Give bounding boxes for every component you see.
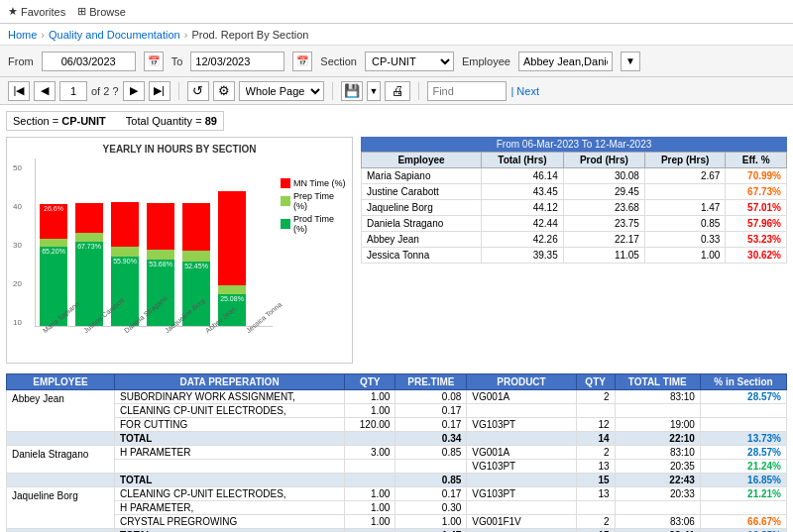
col-prod: Prod (Hrs) — [563, 153, 644, 168]
detail-col-employee: EMPLOYEE — [7, 374, 115, 390]
summary-row: Maria Sapiano 46.14 30.08 2.67 70.99% — [362, 168, 787, 184]
bar-mn-6 — [218, 191, 246, 285]
col-prep: Prep (Hrs) — [644, 153, 725, 168]
bar-prod-3: 55.90% — [111, 257, 139, 326]
detail-col-pct: % in Section — [700, 374, 786, 390]
bar-justine: 67.73% — [75, 203, 103, 326]
col-total: Total (Hrs) — [482, 153, 564, 168]
report-area: YEARLY IN HOURS BY SECTION 50 40 30 20 1… — [6, 137, 787, 364]
bar-mn-5 — [182, 203, 210, 251]
col-employee: Employee — [362, 153, 482, 168]
breadcrumb-current: Prod. Report By Section — [191, 29, 308, 41]
browse-icon: ⊞ — [77, 5, 86, 18]
summary-row: Jessica Tonna 39.35 11.05 1.00 30.62% — [362, 248, 787, 264]
bar-prep-2 — [75, 233, 103, 242]
section-select[interactable]: CP-UNIT — [365, 52, 454, 71]
legend-prod: Prod Time (%) — [281, 214, 346, 234]
bar-mn-4 — [147, 203, 174, 250]
legend-prep: Prep Time (%) — [281, 191, 346, 211]
to-date-input[interactable] — [190, 52, 284, 71]
date-range-header: From 06-Mar-2023 To 12-Mar-2023 — [361, 137, 787, 152]
star-icon: ★ — [8, 5, 18, 18]
bar-prep-3 — [111, 247, 139, 257]
col-eff: Eff. % — [726, 153, 787, 168]
detail-col-total-time: TOTAL TIME — [615, 374, 700, 390]
first-page-button[interactable]: |◀ — [8, 81, 30, 101]
summary-row: Jaqueline Borg 44.12 23.68 1.47 57.01% — [362, 200, 787, 216]
detail-row: CLEANING CP-UNIT ELECTRODES, 1.00 0.17 — [7, 404, 787, 418]
detail-row: Daniela Stragano H PARAMETER 3.00 0.85 V… — [7, 446, 787, 460]
save-dropdown-button[interactable]: ▼ — [367, 81, 382, 101]
favorites-label: Favorites — [21, 6, 65, 18]
bar-prod-4: 53.68% — [147, 260, 174, 326]
browse-label: Browse — [89, 6, 126, 18]
favorites-menu[interactable]: ★ Favorites — [8, 5, 65, 18]
detail-row: Abbey Jean SUBORDINARY WORK ASSIGNMENT, … — [7, 390, 787, 404]
employee-jaqueline: Jaqueline Borg — [7, 487, 115, 529]
print-button[interactable]: 🖨 — [385, 81, 410, 101]
section-label: Section — [320, 55, 357, 67]
page-number-input[interactable] — [59, 81, 87, 101]
bar-prep-5 — [182, 251, 210, 262]
next-page-button[interactable]: ▶ — [123, 81, 145, 101]
main-content: Section = CP-UNIT Total Quantity = 89 YE… — [0, 105, 793, 532]
detail-row: H PARAMETER, 1.00 0.30 — [7, 501, 787, 515]
employee-label: Employee — [462, 55, 510, 67]
detail-row: VG103PT 13 20:35 21.24% — [7, 460, 787, 474]
chart-title: YEARLY IN HOURS BY SECTION — [13, 144, 346, 155]
bar-maria: 26.6% 65.20% — [40, 204, 67, 326]
detail-col-pre-time: PRE.TIME — [396, 374, 467, 390]
prev-page-button[interactable]: ◀ — [34, 81, 56, 101]
employee-input[interactable] — [518, 52, 613, 71]
detail-col-qty: QTY — [345, 374, 396, 390]
find-input[interactable] — [427, 81, 507, 101]
employee-dropdown-button[interactable]: ▼ — [621, 52, 640, 71]
save-button[interactable]: 💾 — [341, 81, 363, 101]
detail-col-product: PRODUCT — [467, 374, 576, 390]
summary-row: Abbey Jean 42.26 22.17 0.33 53.23% — [362, 232, 787, 248]
from-calendar-button[interactable]: 📅 — [144, 52, 164, 71]
detail-total-daniela: TOTAL 0.85 15 22:43 16.85% — [7, 474, 787, 487]
y-label-30: 30 — [13, 241, 33, 250]
detail-col-pqty: QTY — [576, 374, 615, 390]
y-label-10: 10 — [13, 318, 33, 327]
employee-abbey: Abbey Jean — [7, 390, 115, 432]
breadcrumb-quality[interactable]: Quality and Documentation — [49, 29, 180, 41]
summary-row: Justine Carabott 43.45 29.45 67.73% — [362, 184, 787, 200]
summary-table: Employee Total (Hrs) Prod (Hrs) Prep (Hr… — [361, 152, 787, 264]
from-date-input[interactable] — [42, 52, 136, 71]
y-label-50: 50 — [13, 163, 33, 172]
qty-label: Total Quantity = 89 — [126, 115, 217, 127]
detail-total-abbey: TOTAL 0.34 14 22:10 13.73% — [7, 432, 787, 446]
detail-col-data-prep: DATA PREPERATION — [115, 374, 345, 390]
bar-mn-2 — [75, 203, 103, 233]
summary-table-container: From 06-Mar-2023 To 12-Mar-2023 Employee… — [361, 137, 787, 364]
detail-total-jaqueline: TOTAL 1.47 15 23:41 16.85% — [7, 529, 787, 533]
bar-mn-3 — [111, 202, 139, 247]
refresh-button[interactable]: ↺ — [187, 81, 209, 101]
detail-row: CRYSTAL PREGROWING 1.00 1.00 VG001F1V 2 … — [7, 515, 787, 529]
to-calendar-button[interactable]: 📅 — [292, 52, 312, 71]
bar-prep-1 — [40, 239, 67, 247]
chart-container: YEARLY IN HOURS BY SECTION 50 40 30 20 1… — [6, 137, 353, 364]
y-label-20: 20 — [13, 279, 33, 288]
find-next-button[interactable]: | Next — [510, 85, 539, 97]
section-eq-label: Section = CP-UNIT — [13, 115, 106, 127]
summary-row: Daniela Stragano 42.44 23.75 0.85 57.96% — [362, 216, 787, 232]
detail-row: FOR CUTTING 120.00 0.17 VG103PT 12 19:00 — [7, 418, 787, 432]
detail-table-container: EMPLOYEE DATA PREPERATION QTY PRE.TIME P… — [6, 373, 787, 532]
browse-menu[interactable]: ⊞ Browse — [77, 5, 126, 18]
bar-prep-6 — [218, 285, 246, 294]
last-page-button[interactable]: ▶| — [149, 81, 170, 101]
breadcrumb: Home › Quality and Documentation › Prod.… — [0, 24, 793, 46]
detail-table: EMPLOYEE DATA PREPERATION QTY PRE.TIME P… — [6, 373, 787, 532]
chart-legend: MN Time (%) Prep Time (%) Prod Time (%) — [281, 178, 346, 357]
nav-bar: |◀ ◀ of 2 ? ▶ ▶| ↺ ⚙ Whole Page 💾 ▼ 🖨 | … — [0, 77, 793, 105]
y-label-40: 40 — [13, 202, 33, 211]
detail-row: Jaqueline Borg CLEANING CP-UNIT ELECTROD… — [7, 487, 787, 501]
employee-daniela: Daniela Stragano — [7, 446, 115, 474]
settings-button[interactable]: ⚙ — [213, 81, 235, 101]
breadcrumb-home[interactable]: Home — [8, 29, 37, 41]
bar-prep-4 — [147, 250, 174, 260]
page-size-select[interactable]: Whole Page — [239, 81, 324, 101]
